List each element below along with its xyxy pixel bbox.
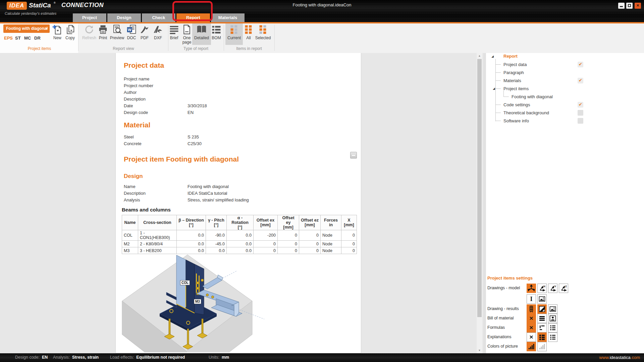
- collapse-section-button[interactable]: [350, 152, 357, 159]
- checkbox-code-settings[interactable]: [578, 102, 583, 108]
- tree-item-project-data[interactable]: Project data: [503, 62, 527, 67]
- tree-connector: [495, 113, 501, 113]
- table-header-row: Name Cross-section β – Direction[°] γ - …: [122, 215, 357, 230]
- svg-text:W: W: [128, 28, 131, 32]
- group-label-type-of-report: Type of report: [168, 46, 224, 51]
- axes-3d-icon: [528, 285, 535, 292]
- tree-root-report[interactable]: Report: [503, 54, 518, 59]
- website-link[interactable]: www.ideastatica.com: [599, 355, 640, 360]
- explanations-compact-button[interactable]: [537, 333, 547, 342]
- kv-row: Project name: [124, 76, 345, 83]
- bom-report-button[interactable]: BOM: [210, 23, 223, 45]
- tree-item-materials[interactable]: Materials: [503, 78, 521, 83]
- close-icon: ✕: [636, 3, 639, 7]
- checkbox-materials[interactable]: [578, 78, 583, 83]
- axes-y-icon: Y: [549, 285, 556, 292]
- tree-item-software-info[interactable]: Software info: [503, 118, 529, 123]
- maximize-icon: [628, 4, 631, 7]
- section-title-project-item: Project item Footing with diagonal: [124, 155, 239, 163]
- x-mark-icon: ✕: [527, 314, 536, 323]
- print-button[interactable]: Print: [96, 23, 110, 45]
- colors-grayscale-button[interactable]: [537, 342, 547, 351]
- word-document-icon: W: [125, 24, 138, 35]
- formulas-compact-button[interactable]: [537, 323, 547, 333]
- logo-tagline: Calculate yesterday's estimates: [5, 11, 56, 15]
- tree-item-theoretical-background[interactable]: Theoretical background: [503, 110, 549, 115]
- project-item-selector[interactable]: Footing with diagonal ▾: [3, 24, 50, 33]
- tree-expander-icon[interactable]: ◢: [493, 87, 495, 90]
- diagonal-diagram-icon: [538, 305, 546, 313]
- tree-item-project-items[interactable]: Project items: [503, 86, 529, 91]
- formulas-none-button[interactable]: ✕: [527, 323, 536, 333]
- tree-connector: [495, 80, 501, 81]
- group-label-report-view: Report view: [85, 46, 162, 51]
- items-current-button[interactable]: Current: [225, 23, 243, 45]
- section-title-material: Material: [124, 121, 150, 129]
- connection-3d-figure: COL M3: [119, 253, 297, 352]
- export-pdf-button[interactable]: PDF: [138, 23, 151, 45]
- svg-text:Y: Y: [554, 285, 556, 288]
- bill-of-material-icon: [210, 24, 223, 35]
- drawing-axes-3d-button[interactable]: [527, 284, 536, 293]
- tab-design[interactable]: Design: [107, 13, 141, 22]
- items-all-button[interactable]: All: [243, 23, 255, 45]
- drawing-axes-x-button[interactable]: X: [537, 284, 547, 293]
- bom-table-button[interactable]: [537, 314, 547, 323]
- kv-row: DescriptionIDEA StatiCa tutorial: [124, 191, 345, 197]
- close-button[interactable]: ✕: [635, 3, 641, 9]
- group-separator: [78, 25, 78, 51]
- minimize-button[interactable]: [618, 3, 625, 9]
- kv-row: Date3/30/2018: [124, 103, 345, 110]
- bom-none-button[interactable]: ✕: [527, 314, 536, 323]
- scroll-up-icon[interactable]: ▲: [477, 53, 482, 59]
- checkbox-software-info[interactable]: [578, 118, 583, 124]
- maximize-button[interactable]: [626, 3, 633, 9]
- settings-label-explanations: Explanations: [487, 335, 512, 339]
- export-doc-button[interactable]: W DOC: [125, 23, 138, 45]
- tree-item-paragraph[interactable]: Paragraph: [503, 70, 524, 75]
- drawing-section-view-button[interactable]: I: [527, 294, 536, 304]
- refresh-icon: [80, 24, 98, 35]
- drawing-axes-z-button[interactable]: Z: [559, 284, 568, 293]
- explanations-none-button[interactable]: ✕: [527, 333, 536, 342]
- copy-item-button[interactable]: Copy: [63, 23, 77, 45]
- bom-picture-button[interactable]: [548, 314, 557, 323]
- tab-materials[interactable]: Materials: [211, 13, 245, 22]
- brief-report-button[interactable]: Brief: [167, 23, 181, 45]
- product-name: CONNECTION: [61, 2, 104, 9]
- tab-project[interactable]: Project: [73, 13, 106, 22]
- explanations-detailed-button[interactable]: [548, 333, 557, 342]
- list-detail-icon: [549, 334, 556, 341]
- tree-item-footing-with-diagonal[interactable]: Footing with diagonal: [512, 94, 553, 99]
- picture-icon: [538, 295, 546, 303]
- results-diagram-button[interactable]: [537, 304, 547, 314]
- scroll-down-icon[interactable]: ▼: [477, 348, 482, 353]
- new-item-button[interactable]: New: [51, 23, 64, 45]
- tab-check[interactable]: Check: [142, 13, 175, 22]
- refresh-button[interactable]: Refresh: [80, 23, 98, 45]
- detailed-report-button[interactable]: Detailed: [192, 23, 211, 45]
- checkbox-project-data[interactable]: [578, 62, 583, 67]
- checkbox-theoretical-background[interactable]: [578, 110, 583, 116]
- mode-eps[interactable]: EPS: [4, 36, 13, 41]
- preview-button[interactable]: Preview: [108, 23, 126, 45]
- mode-mc[interactable]: MC: [24, 36, 31, 41]
- colors-full-button[interactable]: [527, 342, 536, 351]
- settings-label-drawing-results: Drawing - results: [487, 306, 519, 311]
- drawing-picture-button[interactable]: [537, 294, 547, 304]
- mode-dr[interactable]: DR: [34, 36, 41, 41]
- items-selected-button[interactable]: Selected: [254, 23, 272, 45]
- results-picture-button[interactable]: [548, 304, 557, 314]
- scrollbar-thumb[interactable]: [477, 59, 482, 317]
- i-beam-section-icon: I: [527, 295, 536, 303]
- mode-st[interactable]: ST: [15, 36, 21, 41]
- export-dxf-button[interactable]: DXF: [151, 23, 165, 45]
- tree-item-code-settings[interactable]: Code settings: [503, 102, 530, 107]
- title-bar: IDEA StatiCa ® Calculate yesterday's est…: [0, 0, 644, 22]
- drawing-axes-y-button[interactable]: Y: [548, 284, 557, 293]
- document-scrollbar[interactable]: ▲ ▼: [477, 53, 482, 353]
- formulas-detailed-button[interactable]: [548, 323, 557, 333]
- results-traffic-light-button[interactable]: [527, 304, 536, 314]
- tree-expander-icon[interactable]: ◢: [491, 55, 494, 58]
- kv-row: Design codeEN: [124, 110, 345, 117]
